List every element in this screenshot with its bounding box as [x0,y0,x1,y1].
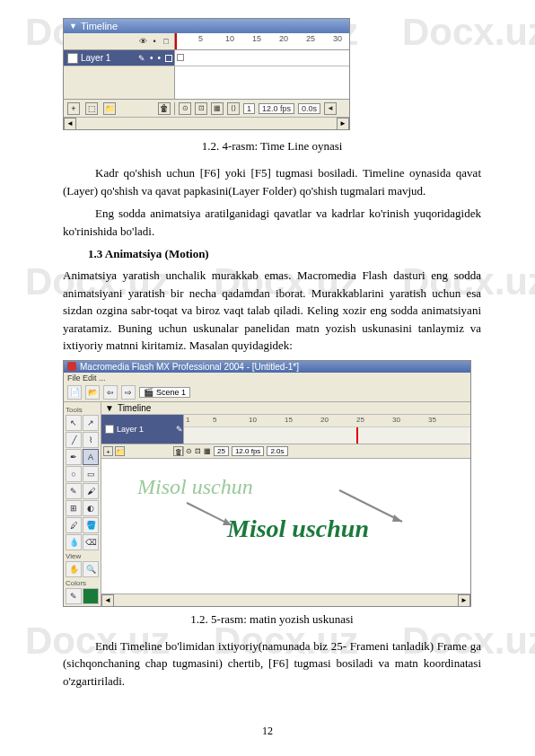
scene-icon: 🎬 [144,388,153,397]
main-toolbar: 📄 📂 ⇦ ⇨ 🎬 Scene 1 [64,383,470,402]
arrow-icon [182,498,245,534]
brush-tool[interactable]: 🖌 [83,483,99,499]
figure-caption-2: 1.2. 5-rasm: matin yozish uskunasi [63,612,481,627]
pen-tool[interactable]: ✒ [66,449,82,465]
ruler-tick: 35 [428,416,436,424]
ruler-tick: 10 [249,416,257,424]
onion-icon: ⊡ [195,447,201,455]
layers-empty [64,66,175,99]
add-folder-button[interactable]: 📁 [103,102,116,115]
ruler-tick: 5 [213,416,216,424]
layer-name: Layer 1 [117,425,144,434]
time-display: 0.0s [298,103,320,114]
ruler-tick: 1 [186,416,189,424]
ruler-tick: 20 [279,34,288,43]
layer-icon [67,53,78,64]
onion-icon: ▦ [204,447,211,455]
ruler-tick: 5 [198,34,203,43]
paint-bucket-tool[interactable]: 🪣 [83,517,99,533]
paragraph: Animatsiya yaratish unchalik murakkab em… [63,267,481,355]
open-button[interactable]: 📂 [85,385,100,400]
hand-tool[interactable]: ✋ [66,561,82,577]
flash-app-screenshot: Macromedia Flash MX Professional 2004 - … [63,360,471,607]
timeline-titlebar: ▼ Timeline [64,19,349,33]
current-frame: 25 [214,446,229,456]
lock-icon: • [150,37,159,46]
add-layer-button[interactable]: + [67,102,80,115]
fps-display: 12.0 fps [259,103,294,114]
fps-display: 12.0 fps [232,446,264,456]
text-tool[interactable]: A [83,449,99,465]
scroll-left-button[interactable]: ◄ [101,594,114,607]
layer-controls: + ⬚ 📁 🗑 [64,102,175,115]
ruler-tick: 20 [320,416,329,424]
timeline-title: Timeline [81,21,118,31]
scroll-right-button[interactable]: ► [337,118,349,130]
add-guide-button[interactable]: ⬚ [85,102,98,115]
add-folder-button[interactable]: 📁 [115,446,125,456]
oval-tool[interactable]: ○ [66,466,82,482]
collapse-icon: ▼ [105,403,114,413]
add-layer-button[interactable]: + [103,446,113,456]
scrollbar-track[interactable] [114,594,458,606]
tools-panel: Tools ↖ ↗ ╱ ⌇ ✒ A ○ ▭ ✎ 🖌 ⊞ ◐ 🖊 🪣 💧 ⌫ Vi… [64,402,101,606]
delete-layer-button[interactable]: 🗑 [158,102,171,115]
layer-name: Layer 1 [81,53,110,63]
fill-transform-tool[interactable]: ◐ [83,500,99,516]
scene-name: Scene 1 [156,388,186,397]
edit-frames-button[interactable]: ▦ [211,102,224,115]
keyframe-icon [177,54,184,61]
back-button[interactable]: ⇦ [103,385,118,400]
flash-app-icon [67,362,76,371]
scrollbar-track[interactable] [76,118,337,129]
frame-track [184,427,470,444]
layer-dot: • [150,53,153,63]
ruler-tick: 30 [333,34,342,43]
page-number: 12 [0,725,535,738]
onion-skin-button[interactable]: ⊙ [179,102,191,115]
outline-icon: □ [162,37,171,46]
ruler-tick: 25 [306,34,315,43]
stroke-swatch[interactable] [83,588,99,604]
ruler-tick: 10 [225,34,234,43]
layer-dot: • [157,53,161,63]
eyedropper-tool[interactable]: 💧 [66,534,82,550]
forward-button[interactable]: ⇨ [121,385,136,400]
tools-label: Tools [66,406,99,414]
scroll-right-button[interactable]: ► [458,594,470,607]
eraser-tool[interactable]: ⌫ [83,534,99,550]
nav-left-button[interactable]: ◄ [324,102,337,115]
view-label: View [66,552,99,560]
line-tool[interactable]: ╱ [66,432,82,448]
arrow-tool[interactable]: ↖ [66,415,82,431]
lasso-tool[interactable]: ⌇ [83,432,99,448]
modify-onion-button[interactable]: ⟨⟩ [227,102,240,115]
pencil-tool[interactable]: ✎ [66,483,82,499]
section-heading: 1.3 Animatsiya (Motion) [63,247,481,261]
rect-tool[interactable]: ▭ [83,466,99,482]
arrow-icon [335,486,416,531]
layer-outline-box [165,55,172,62]
svg-marker-3 [392,514,402,522]
delete-layer-button[interactable]: 🗑 [173,446,183,456]
ink-tool[interactable]: 🖊 [66,517,82,533]
stroke-color[interactable]: ✎ [66,588,82,604]
frames-empty [175,66,349,99]
new-button[interactable]: 📄 [67,385,82,400]
timeline-screenshot: ▼ Timeline 👁 • □ 5 10 15 20 25 30 Layer … [63,18,350,130]
frame-ruler: 5 10 15 20 25 30 [175,33,349,49]
layer-row: Layer 1 ✎ • • [64,50,349,66]
zoom-tool[interactable]: 🔍 [83,561,99,577]
pencil-icon: ✎ [138,54,145,63]
timeline-status: ⊙ ⊡ ▦ ⟨⟩ 1 12.0 fps 0.0s ◄ [175,102,349,115]
onion-outline-button[interactable]: ⊡ [195,102,207,115]
ruler-tick: 25 [356,416,364,424]
pencil-icon: ✎ [176,425,183,434]
subselect-tool[interactable]: ↗ [83,415,99,431]
scene-selector[interactable]: 🎬 Scene 1 [139,387,190,398]
scroll-left-button[interactable]: ◄ [64,118,76,130]
transform-tool[interactable]: ⊞ [66,500,82,516]
svg-marker-1 [223,518,232,525]
colors-label: Colors [66,579,99,587]
timeline-status: ⊙ ⊡ ▦ 25 12.0 fps 2.0s [184,446,470,456]
